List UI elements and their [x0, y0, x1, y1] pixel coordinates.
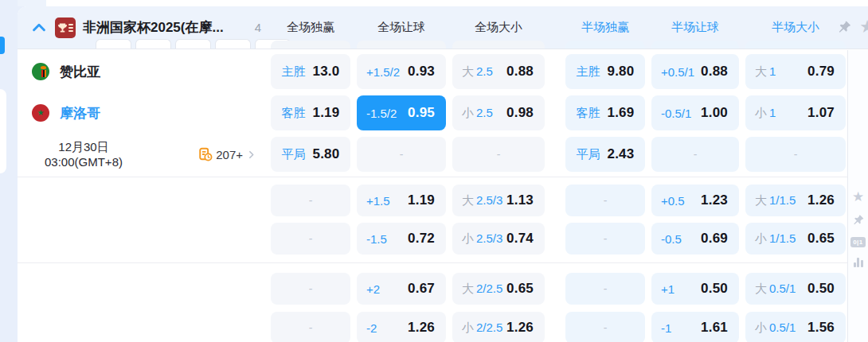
- odds-cell-ft-under-alt[interactable]: 小2.5/30.74: [452, 223, 545, 255]
- alt-odds-row: - -21.26 小2/2.51.26 - -11.61 小0.5/11.56: [18, 312, 847, 342]
- header-pin-group: ★: [837, 18, 868, 36]
- odds-cell-ft-under-alt[interactable]: 小2/2.51.26: [452, 312, 545, 342]
- column-header-ht-handicap: 半场让球: [671, 20, 719, 35]
- league-odds-card: 非洲国家杯2025(在摩... 4 全场独赢 全场让球 全场大小 半场独赢 半场…: [18, 6, 868, 342]
- odds-cell-ht-handicap-alt[interactable]: -0.50.69: [651, 223, 739, 255]
- odds-cell-ft-handicap-alt[interactable]: -1.50.72: [357, 223, 446, 255]
- odds-cell-empty: -: [651, 137, 739, 172]
- pin-icon[interactable]: [852, 214, 865, 227]
- zambia-flag-icon: [32, 63, 49, 80]
- odds-cell-ft-over-alt[interactable]: 大2.5/31.13: [452, 185, 545, 216]
- home-team[interactable]: 赞比亚: [18, 63, 264, 81]
- league-title[interactable]: 非洲国家杯2025(在摩...: [83, 18, 224, 37]
- alt-odds-row: - +1.51.19 大2.5/31.13 - +0.51.23 大1/1.51…: [18, 185, 847, 216]
- odds-cell-empty: -: [452, 137, 545, 172]
- odds-cell-ht-under-alt[interactable]: 小1/1.50.65: [745, 223, 846, 255]
- odds-cell-ht-over-alt[interactable]: 大1/1.51.26: [745, 185, 846, 216]
- odds-format-toggle[interactable]: 0|1: [850, 237, 866, 247]
- left-panel-fragment-blue: [0, 37, 5, 54]
- right-tool-strip: ★ 0|1: [847, 50, 868, 342]
- league-header: 非洲国家杯2025(在摩... 4 全场独赢 全场让球 全场大小 半场独赢 半场…: [18, 6, 868, 49]
- odds-cell-ht-win-away[interactable]: 客胜1.69: [565, 95, 645, 130]
- column-header-ht-ou: 半场大小: [772, 20, 819, 35]
- odds-content: 赞比亚 主胜13.0 +1.5/20.93 大2.50.88 主胜9.80 +0…: [18, 49, 847, 342]
- odds-cell-empty: -: [565, 185, 645, 216]
- odds-cell-empty: -: [745, 137, 846, 172]
- collapse-chevron-up-icon[interactable]: [30, 19, 48, 37]
- adjacent-card-fragment: [18, 0, 46, 6]
- odds-cell-ft-win-home[interactable]: 主胜13.0: [271, 54, 350, 89]
- morocco-flag-icon: ★: [32, 104, 49, 122]
- match-datetime: 12月30日 03:00(GMT+8): [18, 139, 150, 170]
- odds-cell-ft-draw[interactable]: 平局5.80: [271, 137, 350, 172]
- odds-cell-ft-win-away[interactable]: 客胜1.19: [271, 95, 350, 130]
- odds-cell-ht-handicap-away[interactable]: -0.5/11.00: [651, 95, 739, 130]
- odds-cell-ht-over-alt[interactable]: 大0.5/10.50: [745, 273, 846, 305]
- odds-cell-ft-handicap-alt[interactable]: -21.26: [357, 312, 446, 342]
- column-header-ft-handicap: 全场让球: [377, 20, 425, 35]
- draw-row: 12月30日 03:00(GMT+8) 207+ 平局5.80 - - 平局2.…: [18, 137, 847, 172]
- main-market-section: 赞比亚 主胜13.0 +1.5/20.93 大2.50.88 主胜9.80 +0…: [18, 49, 847, 177]
- alt-odds-row: - -1.50.72 小2.5/30.74 - -0.50.69 小1/1.50…: [18, 223, 847, 255]
- left-panel-fragment-white: [0, 89, 6, 173]
- favorite-star-icon[interactable]: ★: [852, 190, 864, 204]
- odds-cell-ht-draw[interactable]: 平局2.43: [565, 137, 645, 172]
- odds-cell-ht-handicap-alt[interactable]: +0.51.23: [651, 185, 739, 216]
- odds-cell-empty: -: [565, 273, 645, 305]
- odds-cell-ft-handicap-alt[interactable]: +1.51.19: [357, 185, 446, 216]
- home-team-name: 赞比亚: [60, 63, 100, 81]
- column-header-ft-win: 全场独赢: [287, 20, 334, 35]
- odds-cell-ht-under-alt[interactable]: 小0.5/11.56: [745, 312, 846, 342]
- away-team-name: 摩洛哥: [60, 104, 100, 122]
- odds-cell-ht-over[interactable]: 大10.79: [745, 54, 846, 89]
- column-header-ft-ou: 全场大小: [475, 20, 522, 35]
- column-header-ht-win: 半场独赢: [581, 20, 629, 35]
- bar-chart-icon[interactable]: [854, 258, 863, 267]
- odds-cell-ft-handicap-home[interactable]: +1.5/20.93: [357, 54, 446, 89]
- odds-cell-ht-handicap-alt[interactable]: +10.50: [651, 273, 739, 305]
- odds-cell-ft-over[interactable]: 大2.50.88: [452, 54, 545, 89]
- league-title-group: 非洲国家杯2025(在摩... 4: [18, 17, 264, 38]
- more-markets-count: 207+: [216, 148, 243, 161]
- odds-cell-ht-win-home[interactable]: 主胜9.80: [565, 54, 645, 89]
- away-team-row: ★ 摩洛哥 客胜1.19 -1.5/20.95 小2.50.98 客胜1.69 …: [18, 95, 847, 130]
- scrolled-tab-peeks: [96, 39, 291, 49]
- odds-cell-empty: -: [271, 185, 350, 216]
- odds-cell-empty: -: [271, 223, 350, 255]
- odds-cell-ht-under[interactable]: 小11.07: [745, 95, 846, 130]
- odds-cell-empty: -: [271, 273, 350, 305]
- odds-cell-ht-handicap-home[interactable]: +0.5/10.88: [651, 54, 739, 89]
- match-date: 12月30日: [18, 139, 150, 155]
- alt-odds-row: - +20.67 大2/2.50.65 - +10.50 大0.5/10.50: [18, 273, 847, 305]
- chevron-right-icon: [246, 150, 256, 160]
- alt-market-section-1: - +1.51.19 大2.5/31.13 - +0.51.23 大1/1.51…: [18, 177, 847, 262]
- away-team[interactable]: ★ 摩洛哥: [18, 104, 264, 122]
- pin-icon[interactable]: [837, 20, 852, 35]
- star-icon[interactable]: ★: [859, 18, 868, 36]
- odds-cell-ht-handicap-alt[interactable]: -11.61: [651, 312, 739, 342]
- alt-market-section-2: - +20.67 大2/2.50.65 - +10.50 大0.5/10.50 …: [18, 262, 847, 342]
- odds-cell-ft-handicap-away-selected[interactable]: -1.5/20.95: [357, 95, 446, 130]
- match-time: 03:00(GMT+8): [18, 154, 150, 170]
- odds-cell-empty: -: [271, 312, 350, 342]
- league-logo-icon: [55, 17, 76, 38]
- odds-cell-empty: -: [565, 312, 645, 342]
- odds-cell-ft-handicap-alt[interactable]: +20.67: [357, 273, 446, 305]
- page-top-band: [46, 0, 868, 6]
- home-team-row: 赞比亚 主胜13.0 +1.5/20.93 大2.50.88 主胜9.80 +0…: [18, 54, 847, 89]
- more-markets-link[interactable]: 207+: [198, 147, 256, 161]
- odds-cell-ft-under[interactable]: 小2.50.98: [452, 95, 545, 130]
- match-info: 12月30日 03:00(GMT+8) 207+: [18, 137, 264, 172]
- history-doc-clock-icon: [198, 147, 213, 161]
- odds-cell-empty: -: [565, 223, 645, 255]
- match-count: 4: [255, 21, 264, 34]
- odds-cell-empty: -: [357, 137, 446, 172]
- odds-cell-ft-over-alt[interactable]: 大2/2.50.65: [452, 273, 545, 305]
